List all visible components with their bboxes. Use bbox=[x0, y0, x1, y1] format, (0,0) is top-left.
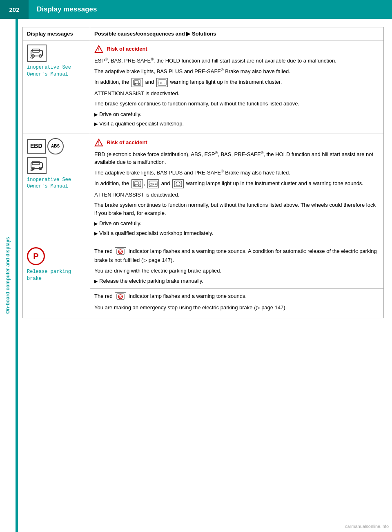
header-bar: 202 Display messages bbox=[0, 0, 392, 19]
inline-icon-park-2: P bbox=[115, 292, 126, 301]
ebd-icon: EBD bbox=[27, 139, 46, 154]
page-number: 202 bbox=[0, 0, 29, 19]
causes-cell-1: ! Risk of accident ESP®, BAS, PRE-SAFE®,… bbox=[90, 40, 384, 134]
inline-icon-esp-2 bbox=[131, 179, 143, 188]
page-title: Display messages bbox=[29, 5, 97, 13]
parking-icon: P bbox=[27, 247, 45, 265]
bullet-arrow-icon: ▶ bbox=[94, 278, 98, 285]
warning-title-2: Risk of accident bbox=[107, 139, 147, 147]
bullet-text-2-2: Visit a qualified specialist workshop im… bbox=[99, 229, 213, 237]
para-1-2: The adaptive brake lights, BAS PLUS and … bbox=[94, 67, 379, 76]
bullet-2-1: ▶ Drive on carefully. bbox=[94, 219, 379, 228]
bullet-text-1-1: Drive on carefully. bbox=[99, 110, 141, 118]
esp-icon-2 bbox=[27, 157, 47, 174]
para-1-3: In addition, the and OFF warning lamps l… bbox=[94, 78, 379, 87]
main-table: Display messages Possible causes/consequ… bbox=[22, 27, 384, 318]
esp-icon bbox=[27, 45, 47, 62]
display-label-3: Release parking brake bbox=[27, 268, 86, 282]
svg-line-4 bbox=[30, 58, 33, 58]
svg-rect-9 bbox=[134, 80, 138, 83]
inline-icon-off-2: OFF bbox=[147, 179, 159, 188]
svg-point-25 bbox=[138, 185, 140, 186]
bullet-2-2: ▶ Visit a qualified specialist workshop … bbox=[94, 229, 379, 237]
para-2-3: In addition, the , OFF and warning lamps… bbox=[94, 179, 379, 188]
svg-text:P: P bbox=[119, 295, 122, 299]
sidebar-bar bbox=[16, 19, 18, 532]
inline-icon-circle-2 bbox=[172, 179, 184, 188]
warning-triangle-icon-2: ! bbox=[94, 138, 103, 147]
inline-icon-esp bbox=[131, 78, 143, 87]
display-label-2: inoperative See Owner's Manual bbox=[27, 177, 86, 190]
esp-icon-svg-2 bbox=[29, 159, 44, 172]
watermark: carmanualsonline.info bbox=[345, 524, 389, 529]
cell-divider bbox=[90, 288, 383, 289]
para-3-4: You are making an emergency stop using t… bbox=[94, 304, 379, 312]
warning-header-2: ! Risk of accident bbox=[94, 138, 379, 147]
svg-point-24 bbox=[134, 185, 136, 186]
inline-icon-off: OFF bbox=[156, 78, 168, 87]
svg-text:OFF: OFF bbox=[158, 81, 166, 85]
bullet-text-1-2: Visit a qualified specialist workshop. bbox=[99, 120, 184, 128]
bullet-arrow-icon: ▶ bbox=[94, 220, 98, 227]
svg-text:!: ! bbox=[98, 141, 99, 145]
para-1-5: The brake system continues to function n… bbox=[94, 100, 379, 108]
para-3-2: You are driving with the electric parkin… bbox=[94, 267, 379, 275]
display-cell-1: inoperative See Owner's Manual bbox=[23, 40, 90, 134]
inline-icon-park-1: P bbox=[115, 247, 126, 256]
warning-header-1: ! Risk of accident bbox=[94, 45, 379, 54]
warning-title-1: Risk of accident bbox=[107, 45, 147, 53]
sidebar-label-text: On-board computer and displays bbox=[5, 237, 11, 314]
causes-cell-2: ! Risk of accident EBD (electronic brake… bbox=[90, 134, 384, 243]
svg-text:OFF: OFF bbox=[149, 182, 157, 186]
para-2-4: ATTENTION ASSIST is deactivated. bbox=[94, 191, 379, 199]
causes-cell-3: The red P indicator lamp flashes and a w… bbox=[90, 243, 384, 318]
col2-header: Possible causes/consequences and ▶ Solut… bbox=[90, 27, 384, 40]
bullet-arrow-icon: ▶ bbox=[94, 111, 98, 118]
bullet-arrow-icon: ▶ bbox=[94, 121, 98, 127]
esp-icon-svg bbox=[29, 47, 44, 59]
bullet-text-2-1: Drive on carefully. bbox=[99, 219, 141, 228]
para-1-4: ATTENTION ASSIST is deactivated. bbox=[94, 89, 379, 98]
svg-text:P: P bbox=[119, 250, 122, 254]
page: 202 Display messages On-board computer a… bbox=[0, 0, 392, 532]
svg-line-18 bbox=[30, 170, 33, 171]
table-row: P Release parking brake The red P indica… bbox=[23, 243, 384, 318]
bullet-arrow-icon: ▶ bbox=[94, 230, 98, 237]
svg-point-10 bbox=[134, 83, 136, 85]
bullet-1-2: ▶ Visit a qualified specialist workshop. bbox=[94, 120, 379, 128]
para-3-3: The red P indicator lamp flashes and a w… bbox=[94, 292, 379, 301]
table-row: EBD ABS bbox=[23, 134, 384, 243]
para-1-1: ESP®, BAS, PRE-SAFE®, the HOLD function … bbox=[94, 57, 379, 65]
svg-point-11 bbox=[138, 83, 140, 85]
para-2-1: EBD (electronic brake force distribution… bbox=[94, 150, 379, 166]
display-label-1: inoperative See Owner's Manual bbox=[27, 64, 86, 78]
content-area: Display messages Possible causes/consequ… bbox=[22, 27, 384, 318]
warning-triangle-icon: ! bbox=[94, 45, 103, 54]
display-cell-3: P Release parking brake bbox=[23, 243, 90, 318]
bullet-1-1: ▶ Drive on carefully. bbox=[94, 110, 379, 118]
para-2-5: The brake system continues to function n… bbox=[94, 201, 379, 217]
sidebar-label: On-board computer and displays bbox=[0, 19, 16, 532]
display-cell-2: EBD ABS bbox=[23, 134, 90, 243]
bullet-text-3-1: Release the electric parking brake manua… bbox=[99, 277, 203, 285]
para-3-1: The red P indicator lamp flashes and a w… bbox=[94, 247, 379, 264]
para-2-2: The adaptive brake lights, BAS PLUS and … bbox=[94, 169, 379, 177]
ebd-icons-row: EBD ABS bbox=[27, 138, 86, 154]
abs-icon: ABS bbox=[47, 138, 64, 154]
table-row: inoperative See Owner's Manual ! Risk of… bbox=[23, 40, 384, 134]
svg-text:!: ! bbox=[98, 48, 99, 52]
col1-header: Display messages bbox=[23, 27, 90, 40]
bullet-3-1: ▶ Release the electric parking brake man… bbox=[94, 277, 379, 285]
svg-point-29 bbox=[176, 182, 180, 186]
svg-rect-23 bbox=[134, 182, 138, 185]
